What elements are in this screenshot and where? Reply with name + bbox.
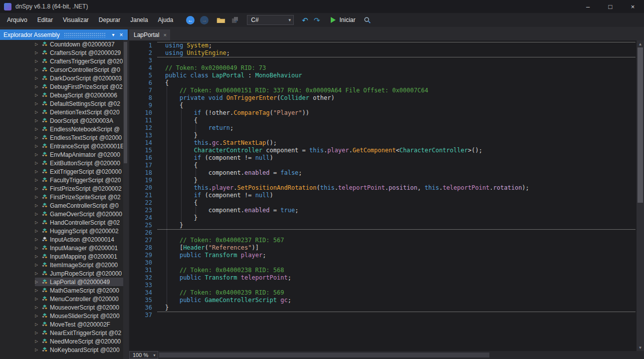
undo-button[interactable]: ↶	[302, 16, 308, 24]
chevron-down-icon[interactable]: ▾	[286, 17, 293, 22]
menu-item-janela[interactable]: Janela	[125, 13, 153, 27]
tree-item-debugscript[interactable]: ▷DebugScript @02000006	[35, 91, 128, 99]
expander-icon[interactable]: ▷	[35, 169, 41, 174]
code-line-14[interactable]: this.gc.StartNextLap();	[165, 139, 637, 147]
code-lines[interactable]: using System;using UnityEngine;// Token:…	[157, 42, 637, 351]
expander-icon[interactable]: ▷	[35, 161, 41, 165]
save-all-button[interactable]	[231, 16, 239, 24]
code-line-12[interactable]: return;	[165, 124, 637, 132]
sidebar-scrollbar[interactable]	[123, 40, 128, 359]
code-line-20[interactable]: this.player.SetPositionAndRotation(this.…	[165, 184, 637, 192]
tree-item-inputaction[interactable]: ▷InputAction @02000014	[35, 235, 128, 244]
expander-icon[interactable]: ▷	[35, 186, 41, 191]
tree-item-debugfirstprizescript[interactable]: ▷DebugFirstPrizeScript @02	[35, 82, 128, 91]
expander-icon[interactable]: ▷	[35, 127, 41, 131]
tab-close-icon[interactable]: ×	[163, 32, 166, 38]
expander-icon[interactable]: ▷	[35, 220, 41, 225]
maximize-button[interactable]: □	[599, 0, 622, 13]
scroll-down-icon[interactable]: ▼	[637, 344, 644, 351]
code-line-31[interactable]: // Token: 0x04000238 RID: 568	[165, 267, 637, 274]
code-line-9[interactable]: {	[165, 102, 637, 109]
expander-icon[interactable]: ▷	[35, 178, 41, 182]
scroll-up-icon[interactable]: ▲	[637, 40, 644, 47]
panel-close-icon[interactable]: ×	[117, 31, 125, 38]
expander-icon[interactable]: ▷	[35, 288, 41, 293]
expander-icon[interactable]: ▷	[35, 203, 41, 208]
tree-item-envmapanimator[interactable]: ▷EnvMapAnimator @02000	[35, 150, 128, 159]
tree-item-cursorcontrollerscript[interactable]: ▷CursorControllerScript @0	[35, 65, 128, 74]
expander-icon[interactable]: ▷	[35, 76, 41, 80]
menu-item-visualizar[interactable]: Visualizar	[58, 13, 94, 27]
minimize-button[interactable]: –	[577, 0, 599, 13]
expander-icon[interactable]: ▷	[35, 42, 41, 46]
tree-item-inputmanager[interactable]: ▷InputManager @0200001	[35, 244, 128, 252]
tree-item-endlesstextscript[interactable]: ▷EndlessTextScript @02000	[35, 133, 128, 142]
expander-icon[interactable]: ▷	[35, 305, 41, 310]
language-combo[interactable]: C# ▾	[247, 15, 294, 25]
expander-icon[interactable]: ▷	[35, 67, 41, 72]
close-button[interactable]: ×	[622, 0, 644, 13]
expander-icon[interactable]: ▷	[35, 50, 41, 55]
vertical-scrollbar-thumb[interactable]	[638, 47, 643, 203]
tree-item-needmorescript[interactable]: ▷NeedMoreScript @020000	[35, 337, 128, 346]
panel-menu-caret-icon[interactable]: ▾	[109, 32, 117, 37]
code-line-22[interactable]: {	[165, 199, 637, 207]
code-line-2[interactable]: using UnityEngine;	[165, 49, 637, 57]
code-line-4[interactable]: // Token: 0x02000049 RID: 73	[165, 64, 637, 72]
tree-item-movetest[interactable]: ▷MoveTest @0200002F	[35, 320, 128, 329]
tree-item-inputmapping[interactable]: ▷InputMapping @0200001	[35, 252, 128, 261]
expander-icon[interactable]: ▷	[35, 152, 41, 157]
code-line-24[interactable]: }	[165, 214, 637, 222]
menu-item-editar[interactable]: Editar	[32, 13, 58, 27]
expander-icon[interactable]: ▷	[35, 297, 41, 301]
tree-item-facultytriggerscript[interactable]: ▷FacultyTriggerScript @020	[35, 176, 128, 184]
menu-item-depurar[interactable]: Depurar	[94, 13, 125, 27]
tree-item-crafterstriggerscript[interactable]: ▷CraftersTriggerScript @020	[35, 57, 128, 65]
menu-item-arquivo[interactable]: Arquivo	[2, 13, 32, 27]
code-line-19[interactable]: }	[165, 177, 637, 184]
open-file-button[interactable]	[216, 16, 225, 24]
tree-item-mathgamescript[interactable]: ▷MathGameScript @02000	[35, 286, 128, 295]
expander-icon[interactable]: ▷	[35, 237, 41, 242]
vertical-scrollbar[interactable]: ▲ ▼	[637, 40, 644, 351]
tree-item-countdown[interactable]: ▷Countdown @02000037	[35, 40, 128, 48]
code-line-8[interactable]: private void OnTriggerEnter(Collider oth…	[165, 94, 637, 102]
expander-icon[interactable]: ▷	[35, 280, 41, 284]
redo-button[interactable]: ↷	[314, 16, 320, 24]
zoom-caret-icon[interactable]: ▾	[151, 353, 158, 358]
search-assemblies-button[interactable]	[364, 16, 371, 24]
expander-icon[interactable]: ▷	[35, 322, 41, 327]
start-button[interactable]: Iniciar	[328, 15, 358, 24]
tree-item-endlessnotebookscript[interactable]: ▷EndlessNotebookScript @	[35, 125, 128, 133]
code-line-34[interactable]: // Token: 0x04000239 RID: 569	[165, 289, 637, 297]
menu-item-ajuda[interactable]: Ajuda	[153, 13, 179, 27]
code-line-37[interactable]	[165, 312, 637, 319]
code-line-11[interactable]: {	[165, 117, 637, 124]
expander-icon[interactable]: ▷	[35, 229, 41, 233]
expander-icon[interactable]: ▷	[35, 101, 41, 106]
expander-icon[interactable]: ▷	[35, 246, 41, 250]
code-line-5[interactable]: public class LapPortal : MonoBehaviour	[165, 72, 637, 79]
horizontal-scrollbar-thumb[interactable]	[159, 353, 489, 358]
code-scroll[interactable]: 1234567891011121314151617181920212223242…	[129, 40, 637, 351]
expander-icon[interactable]: ▷	[35, 110, 41, 114]
tree-item-nokeyboardscript[interactable]: ▷NoKeyboardScript @0200	[35, 346, 128, 354]
tree-item-exitbuttonscript[interactable]: ▷ExitButtonScript @020000	[35, 159, 128, 167]
code-line-35[interactable]: public GameControllerScript gc;	[165, 297, 637, 304]
tree-item-defaultsettingsscript[interactable]: ▷DefaultSettingsScript @02	[35, 99, 128, 108]
code-line-36[interactable]: }	[165, 304, 637, 312]
code-line-23[interactable]: component.enabled = true;	[165, 207, 637, 214]
code-line-29[interactable]: public Transform player;	[165, 252, 637, 259]
code-line-25[interactable]: }	[165, 222, 637, 229]
navigate-back-button[interactable]: ←	[186, 16, 195, 24]
code-line-10[interactable]: if (!other.CompareTag("Player"))	[165, 109, 637, 117]
tree-item-gamecontrollerscript[interactable]: ▷GameControllerScript @0	[35, 201, 128, 210]
tree-item-darkdoorscript[interactable]: ▷DarkDoorScript @0200003	[35, 74, 128, 82]
tree-item-doorscript[interactable]: ▷DoorScript @0200003A	[35, 116, 128, 125]
expander-icon[interactable]: ▷	[35, 348, 41, 352]
tree-item-nearexittriggerscript[interactable]: ▷NearExitTriggerScript @02	[35, 329, 128, 337]
code-line-7[interactable]: // Token: 0x06000151 RID: 337 RVA: 0x000…	[165, 87, 637, 94]
tree-item-itemimagescript[interactable]: ▷ItemImageScript @02000	[35, 261, 128, 269]
tree-item-jumpropescript[interactable]: ▷JumpRopeScript @020000	[35, 269, 128, 278]
code-line-30[interactable]	[165, 259, 637, 267]
